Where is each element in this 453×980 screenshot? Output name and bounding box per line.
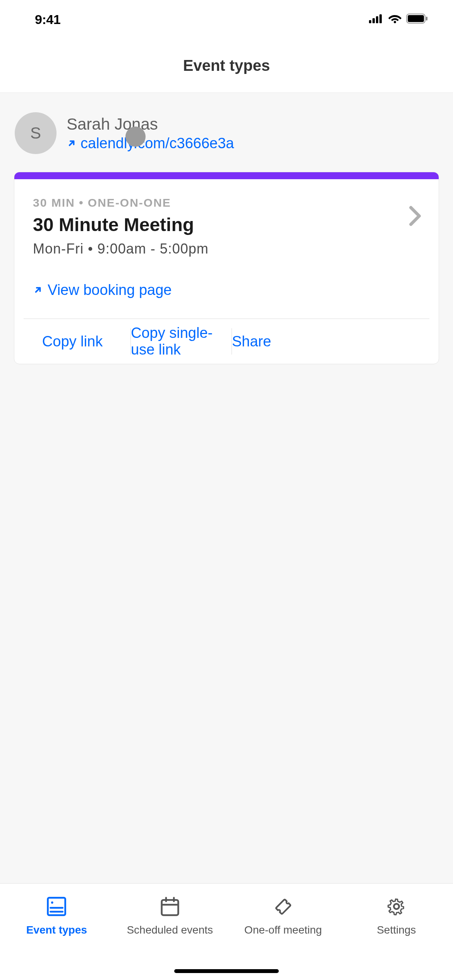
event-meta: 30 MIN • ONE-ON-ONE xyxy=(33,196,420,209)
touch-indicator xyxy=(125,127,146,147)
chevron-right-icon xyxy=(408,206,422,228)
event-actions: Copy link Copy single-use link Share xyxy=(14,319,439,364)
svg-rect-3 xyxy=(379,14,382,23)
copy-single-use-label: Copy single-use link xyxy=(131,325,232,358)
signal-icon xyxy=(369,14,384,25)
svg-point-16 xyxy=(394,904,399,909)
tab-event-types[interactable]: Event types xyxy=(0,895,113,937)
tab-bar: Event types Scheduled events One-off mee… xyxy=(0,883,453,980)
tab-label: One-off meeting xyxy=(244,923,322,937)
wifi-icon xyxy=(388,14,402,25)
battery-icon xyxy=(406,14,428,25)
page-title: Event types xyxy=(183,57,270,74)
avatar[interactable]: S xyxy=(15,112,57,154)
profile-section: S Sarah Jonas calendly.com/c3666e3a xyxy=(14,112,439,170)
event-schedule: Mon-Fri • 9:00am - 5:00pm xyxy=(33,241,420,257)
profile-link[interactable]: calendly.com/c3666e3a xyxy=(67,135,234,152)
svg-point-4 xyxy=(394,21,396,23)
svg-rect-0 xyxy=(369,20,371,23)
tab-label: Scheduled events xyxy=(127,923,213,937)
avatar-initial: S xyxy=(30,124,41,142)
view-booking-link[interactable]: View booking page xyxy=(33,282,420,298)
event-card[interactable]: 30 MIN • ONE-ON-ONE 30 Minute Meeting Mo… xyxy=(14,172,439,364)
status-icons xyxy=(369,14,428,25)
event-types-icon xyxy=(46,895,67,918)
tab-label: Settings xyxy=(377,923,416,937)
gear-icon xyxy=(386,895,407,918)
profile-link-text: calendly.com/c3666e3a xyxy=(81,135,234,152)
copy-link-label: Copy link xyxy=(42,333,103,350)
svg-rect-1 xyxy=(372,18,375,23)
header: Event types xyxy=(0,39,453,93)
tab-settings[interactable]: Settings xyxy=(340,895,453,937)
home-indicator[interactable] xyxy=(174,969,279,973)
calendar-icon xyxy=(160,895,180,918)
svg-rect-7 xyxy=(426,17,427,21)
main-content: S Sarah Jonas calendly.com/c3666e3a 30 M… xyxy=(0,93,453,883)
view-booking-label: View booking page xyxy=(48,282,172,298)
profile-info: Sarah Jonas calendly.com/c3666e3a xyxy=(67,115,234,152)
svg-rect-12 xyxy=(161,900,178,915)
share-button[interactable]: Share xyxy=(232,326,271,357)
ticket-icon xyxy=(272,895,294,918)
svg-point-9 xyxy=(51,901,53,904)
external-link-icon xyxy=(33,282,43,298)
event-color-stripe xyxy=(14,172,439,179)
event-title: 30 Minute Meeting xyxy=(33,214,420,235)
external-link-icon xyxy=(67,135,77,152)
svg-rect-2 xyxy=(376,16,378,23)
status-bar: 9:41 xyxy=(0,0,453,39)
tab-scheduled-events[interactable]: Scheduled events xyxy=(113,895,227,937)
profile-name: Sarah Jonas xyxy=(67,115,234,134)
tab-label: Event types xyxy=(26,923,87,937)
status-time: 9:41 xyxy=(35,12,60,27)
share-label: Share xyxy=(232,333,271,350)
svg-rect-6 xyxy=(408,15,424,22)
event-card-body: 30 MIN • ONE-ON-ONE 30 Minute Meeting Mo… xyxy=(14,179,439,319)
copy-link-button[interactable]: Copy link xyxy=(14,326,130,357)
copy-single-use-link-button[interactable]: Copy single-use link xyxy=(131,326,232,357)
tab-one-off-meeting[interactable]: One-off meeting xyxy=(226,895,340,937)
